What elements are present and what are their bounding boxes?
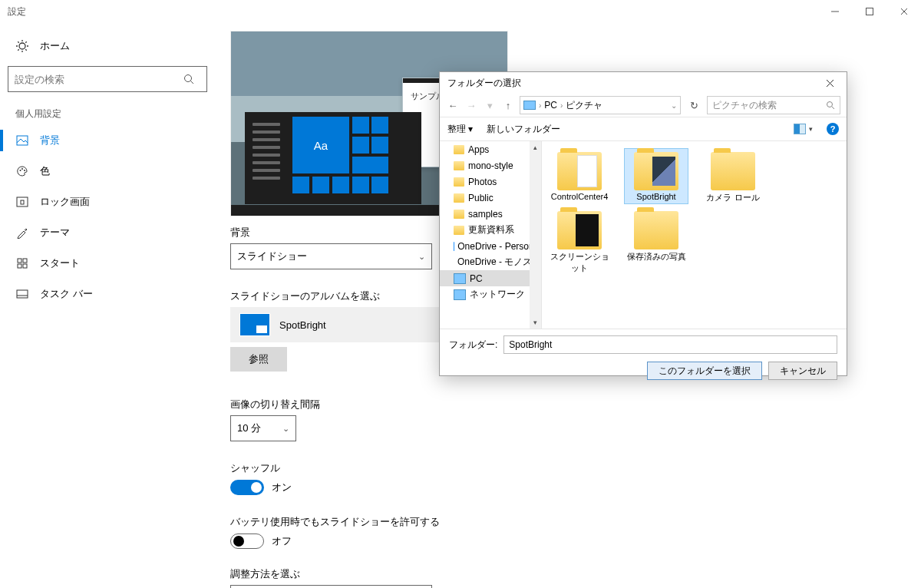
chevron-down-icon[interactable]: ⌄ [671,101,677,110]
svg-rect-19 [17,197,28,206]
nav-label: スタート [40,256,80,270]
tree-item[interactable]: 更新資料系 [440,222,541,238]
fit-select[interactable]: ページ幅に合わせる ⌄ [230,585,432,588]
shuffle-toggle[interactable]: オン [230,480,921,495]
dialog-toolbar: 整理 ▾ 新しいフォルダー ▾ ? [440,117,847,141]
tree-item-label: Public [468,193,494,203]
nav-lockscreen[interactable]: ロック画面 [0,187,215,217]
tree-item[interactable]: mono-style [440,157,541,173]
interval-select[interactable]: 10 分 ⌄ [230,415,296,441]
svg-rect-20 [21,200,24,204]
folder-item-label: ControlCenter4 [551,192,609,201]
tree-item[interactable]: Photos [440,173,541,190]
battery-toggle[interactable]: オフ [230,533,921,549]
folder-item[interactable]: ControlCenter4 [548,149,611,203]
svg-point-4 [19,43,25,49]
address-bar[interactable]: › PC › ピクチャ ⌄ [520,96,681,114]
nav-back-button[interactable]: ← [446,100,460,111]
browse-button[interactable]: 参照 [230,347,287,372]
svg-line-12 [18,49,18,50]
dialog-search[interactable]: ピクチャの検索 [707,96,840,114]
picture-icon [15,135,29,146]
folder-icon [454,210,464,219]
nav-background[interactable]: 背景 [0,125,215,156]
cancel-button[interactable]: キャンセル [768,362,837,380]
svg-point-18 [24,170,25,171]
folder-field-label: フォルダー: [449,339,497,352]
section-label: 個人用設定 [0,103,215,125]
search-box[interactable] [8,66,207,92]
sidebar: ホーム 個人用設定 背景 色 ロック画面 テーマ スタート タスク [0,23,215,588]
help-button[interactable]: ? [827,123,839,135]
tree-item-label: samples [468,209,503,220]
svg-rect-22 [23,259,27,263]
svg-line-14 [191,81,194,84]
folder-icon [557,152,602,190]
tree-item-label: Photos [468,177,497,187]
svg-rect-24 [23,264,27,268]
close-button[interactable] [886,0,921,23]
dialog-close-button[interactable] [814,72,845,94]
minimize-button[interactable] [817,0,852,23]
folder-tree[interactable]: Appsmono-stylePhotosPublicsamples更新資料系On… [440,141,542,329]
dialog-titlebar: フォルダーの選択 [440,72,847,94]
tree-item[interactable]: Apps [440,141,541,157]
crumb[interactable]: ピクチャ [566,99,602,112]
start-icon [15,258,29,269]
new-folder-button[interactable]: 新しいフォルダー [487,123,560,136]
folder-field[interactable] [503,335,837,354]
nav-forward-button[interactable]: → [464,100,478,111]
tree-item-label: mono-style [468,160,513,171]
organize-menu[interactable]: 整理 ▾ [447,123,473,136]
background-select[interactable]: スライドショー ⌄ [230,243,432,269]
tree-item-label: PC [470,273,483,284]
nav-themes[interactable]: テーマ [0,217,215,248]
tree-item[interactable]: PC [440,270,541,286]
svg-rect-21 [18,259,21,263]
folder-item[interactable]: 保存済みの写真 [625,208,688,274]
background-value: スライドショー [237,249,307,263]
interval-label: 画像の切り替え間隔 [230,398,921,411]
folder-view[interactable]: ControlCenter4SpotBrightカメラ ロールスクリーンショット… [542,141,847,329]
svg-line-10 [25,49,26,50]
tree-item-label: OneDrive - Personal [457,241,541,252]
home-button[interactable]: ホーム [0,31,215,61]
nav-colors[interactable]: 色 [0,156,215,187]
refresh-button[interactable]: ↻ [685,100,702,111]
preview-start-menu: Aa [245,112,421,204]
crumb[interactable]: PC [544,100,557,111]
view-mode-button[interactable]: ▾ [794,124,813,134]
tree-scrollbar[interactable]: ▴▾ [530,141,541,329]
pc-icon [454,273,466,284]
tree-item-label: OneDrive - モノスタ [457,256,541,269]
tree-item[interactable]: OneDrive - Personal [440,238,541,254]
search-input[interactable] [8,74,183,85]
nav-label: テーマ [40,226,70,239]
select-folder-button[interactable]: このフォルダーを選択 [647,362,762,380]
folder-icon [454,145,464,154]
svg-point-29 [827,102,833,107]
svg-line-11 [25,41,26,42]
shuffle-state: オン [272,481,292,494]
folder-item[interactable]: カメラ ロール [701,149,764,203]
nav-taskbar[interactable]: タスク バー [0,279,215,309]
maximize-button[interactable] [852,0,886,23]
nav-label: 背景 [40,134,60,147]
folder-item[interactable]: スクリーンショット [548,208,611,274]
folder-icon [557,211,602,249]
shuffle-label: シャッフル [230,461,921,475]
tree-item[interactable]: Public [440,190,541,206]
nav-up-button[interactable]: ↑ [501,100,515,111]
nav-label: タスク バー [40,287,93,301]
album-thumb-icon [239,313,270,336]
nav-label: 色 [40,164,50,178]
battery-label: バッテリ使用時でもスライドショーを許可する [230,515,921,529]
nav-start[interactable]: スタート [0,248,215,279]
tree-item[interactable]: OneDrive - モノスタ [440,254,541,270]
svg-rect-23 [18,264,21,268]
folder-item[interactable]: SpotBright [625,149,688,203]
tree-item[interactable]: samples [440,206,541,222]
gear-icon [15,39,29,53]
tree-item[interactable]: ネットワーク [440,286,541,302]
nav-recent-button[interactable]: ▾ [483,100,497,111]
